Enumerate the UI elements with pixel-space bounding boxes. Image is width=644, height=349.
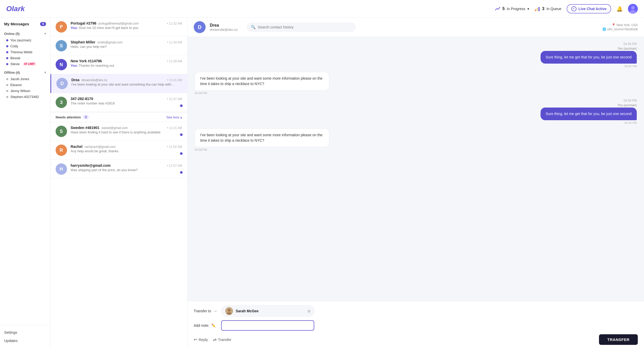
assignee-avatar-img <box>225 307 233 315</box>
sidebar-user-jenny[interactable]: Jenny Wilson <box>4 88 46 94</box>
sidebar-user-stevie[interactable]: Stevie AT LIMIT <box>4 61 46 67</box>
conv-item-drea[interactable]: D Drea dreaorvile@skn.co • 11:41 AM I've… <box>50 74 187 93</box>
conv-body-portugal: Portugal #2796 portugaltheemail@gmail.co… <box>71 21 182 30</box>
live-chat-badge[interactable]: ✓ Live Chat Active <box>567 4 611 13</box>
na-unread-1 <box>180 152 183 155</box>
conv-time-portugal: • 11:32 AM <box>167 22 182 25</box>
transfer-action-icon: ⇄ <box>213 337 216 342</box>
conv-item-newyork[interactable]: N New York #114796 • 11:39 AM You: Thank… <box>50 55 187 74</box>
user-avatar[interactable] <box>628 4 638 14</box>
sidebar-user-bessie[interactable]: Bessie <box>4 55 46 61</box>
conv-item-stephen[interactable]: S Stephen Miller smills@gmail.com • 11:3… <box>50 36 187 55</box>
sidebar-user-stephen-label: Stephen-40273482 <box>10 95 39 99</box>
message-row-2: I've been looking at your site and want … <box>195 72 637 95</box>
conv-avatar-drea: D <box>56 78 68 89</box>
sidebar-user-jacob-label: Jacob Jones <box>10 77 29 81</box>
needs-attention-text: Needs attention <box>56 115 81 119</box>
chat-contact-info: Drea dreaorvile@skn.co <box>210 23 238 32</box>
transfer-arrow-icon: → <box>213 309 217 313</box>
conv-body-phone: 347-282-8170 • 11:47 AM The order number… <box>71 97 182 105</box>
transfer-action-label: Transfer <box>218 338 231 342</box>
settings-link[interactable]: Settings <box>4 328 46 337</box>
offline-section: Offline (4) ▾ Jacob Jones Eleanor Jenny … <box>0 68 50 101</box>
reply-icon: ↩ <box>194 337 197 342</box>
queue-icon <box>534 6 540 12</box>
conv-time-drea: • 11:41 AM <box>167 78 182 82</box>
offline-chevron-icon: ▾ <box>44 71 46 74</box>
sidebar-user-theresa[interactable]: Theresa Webb <box>4 49 46 55</box>
sidebar-user-cody[interactable]: Cody <box>4 43 46 49</box>
chat-meta-source: 🌐 utm_source=facebook <box>602 27 638 31</box>
reply-label: Reply <box>199 338 208 342</box>
online-dot-theresa <box>6 51 8 53</box>
needs-attention-item-0[interactable]: S Sweden #481901 sweed@gmail.com • 11:21… <box>50 122 187 141</box>
conv-item-portugal[interactable]: P Portugal #2796 portugaltheemail@gmail.… <box>50 18 187 36</box>
conv-body-stephen: Stephen Miller smills@gmail.com • 11:34 … <box>71 40 182 49</box>
online-section: Online (5) ▾ You (auzman) Cody Theresa W… <box>0 29 50 68</box>
conv-email-portugal: portugaltheemail@gmail.com <box>99 22 139 25</box>
needs-attention-item-1[interactable]: R Rachel rachyrach@gmail.com • 11:52 AM … <box>50 141 187 160</box>
sidebar-user-stephen[interactable]: Stephen-40273482 <box>4 94 46 100</box>
transfer-submit-button[interactable]: TRANSFER <box>599 334 638 345</box>
needs-attention-label: Needs attention 3 <box>56 115 89 119</box>
offline-section-label: Offline (4) <box>4 71 20 74</box>
in-progress-chevron: ▾ <box>527 7 529 11</box>
conv-header-phone: 347-282-8170 • 11:47 AM <box>71 97 182 101</box>
sidebar: My Messages 5 Online (5) ▾ You (auzman) … <box>0 18 50 349</box>
chat-area: D Drea dreaorvile@skn.co 🔍 📍 New York, U… <box>188 18 644 349</box>
needs-attention-header: Needs attention 3 See less ▴ <box>50 112 187 122</box>
in-queue-stat[interactable]: 3 In Queue <box>534 6 561 12</box>
contact-source: utm_source=facebook <box>607 27 638 31</box>
offline-dot-jenny <box>6 90 8 92</box>
messages-area: 04:38 PM You (auzman) Sure thing, let me… <box>188 37 644 301</box>
sidebar-user-you[interactable]: You (auzman) <box>4 37 46 43</box>
conv-header-drea: Drea dreaorvile@skn.co • 11:41 AM <box>71 78 182 82</box>
conv-time-stephen: • 11:34 AM <box>167 41 182 44</box>
online-section-header[interactable]: Online (5) ▾ <box>4 30 46 37</box>
conv-header-portugal: Portugal #2796 portugaltheemail@gmail.co… <box>71 21 182 25</box>
edit-icon: ✏️ <box>211 323 216 328</box>
logo: Olark <box>6 5 25 13</box>
conv-item-phone[interactable]: 3 347-282-8170 • 11:47 AM The order numb… <box>50 93 187 112</box>
chat-contact-name: Drea <box>210 23 238 28</box>
assignee-avatar <box>225 307 233 315</box>
conv-header-stephen: Stephen Miller smills@gmail.com • 11:34 … <box>71 40 182 44</box>
na-preview-0: Have been finding it hard to see if ther… <box>71 130 182 134</box>
close-assignee-icon[interactable]: ⊗ <box>307 309 311 314</box>
needs-attention-item-2[interactable]: H harrysmite@gmail.com • 11:57 AM Was sh… <box>50 160 187 179</box>
see-less-button[interactable]: See less ▴ <box>166 115 182 119</box>
note-input[interactable] <box>221 320 314 331</box>
message-row-4: I've been looking at your site and want … <box>195 128 637 151</box>
reply-button[interactable]: ↩ Reply <box>194 337 208 342</box>
updates-link[interactable]: Updates <box>4 337 46 345</box>
msg-bubble-4: I've been looking at your site and want … <box>195 128 329 147</box>
sidebar-user-stevie-label: Stevie <box>10 62 20 66</box>
offline-section-header[interactable]: Offline (4) ▾ <box>4 69 46 76</box>
user-avatar-img <box>628 4 638 14</box>
conv-header-newyork: New York #114796 • 11:39 AM <box>71 59 182 63</box>
sidebar-user-jacob[interactable]: Jacob Jones <box>4 76 46 82</box>
notification-bell-icon[interactable]: 🔔 <box>616 6 623 12</box>
online-dot-stevie <box>6 63 8 65</box>
in-progress-count: 5 <box>503 6 505 11</box>
offline-dot-stephen <box>6 96 8 98</box>
sidebar-user-eleanor[interactable]: Eleanor <box>4 82 46 88</box>
search-icon: 🔍 <box>251 25 256 29</box>
offline-dot-eleanor <box>6 84 8 86</box>
na-avatar-1: R <box>56 145 67 156</box>
msg-time-label-3: 04:38 PM <box>624 99 637 102</box>
svg-rect-2 <box>538 7 540 11</box>
conv-avatar-portugal: P <box>56 21 67 33</box>
in-queue-count: 3 <box>542 6 544 11</box>
assignee-name: Sarah McGee <box>236 309 305 313</box>
sidebar-title: My Messages <box>4 22 29 26</box>
svg-point-4 <box>631 6 635 10</box>
search-input[interactable] <box>258 25 352 29</box>
transfer-action-button[interactable]: ⇄ Transfer <box>213 337 231 342</box>
msg-bubble-1: Sure thing, let me get that for you, be … <box>541 51 637 64</box>
na-email-1: rachyrach@gmail.com <box>85 145 116 149</box>
chat-contact-email: dreaorvile@skn.co <box>210 28 238 32</box>
in-progress-stat[interactable]: 5 In Progress ▾ <box>495 6 529 12</box>
na-preview-1: Any help would be great, thanks <box>71 149 182 153</box>
msg-sender-1: You (auzman) <box>618 47 637 50</box>
